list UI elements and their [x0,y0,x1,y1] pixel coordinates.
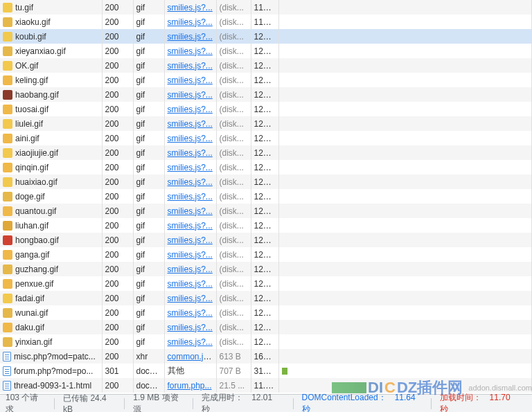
initiator-link[interactable]: smilies.js?... [168,90,213,100]
cell-initiator[interactable]: smilies.js?... [164,131,216,145]
cell-name[interactable]: qinqin.gif [0,160,102,174]
initiator-link[interactable]: smilies.js?... [168,17,213,27]
initiator-link[interactable]: smilies.js?... [168,337,213,347]
cell-name[interactable]: thread-9093-1-1.html [0,378,102,393]
initiator-link[interactable]: smilies.js?... [168,308,213,318]
initiator-link[interactable]: smilies.js?... [168,75,213,85]
initiator-link[interactable]: smilies.js?... [168,105,213,114]
cell-initiator[interactable]: smilies.js?... [164,233,216,247]
initiator-link[interactable]: smilies.js?... [168,177,213,187]
initiator-link[interactable]: smilies.js?... [168,32,213,42]
table-row[interactable]: tu.gif200gifsmilies.js?...(disk...119 ..… [0,0,532,15]
initiator-link[interactable]: smilies.js?... [168,265,213,274]
initiator-link[interactable]: smilies.js?... [168,148,213,158]
cell-initiator[interactable]: smilies.js?... [164,334,216,349]
table-row[interactable]: xiaojiujie.gif200gifsmilies.js?...(disk.… [0,145,532,160]
cell-initiator[interactable]: smilies.js?... [164,276,216,291]
table-row[interactable]: liuhan.gif200gifsmilies.js?...(disk...12… [0,218,532,233]
table-row[interactable]: yinxian.gif200gifsmilies.js?...(disk...1… [0,334,532,349]
cell-name[interactable]: xieyanxiao.gif [0,44,102,58]
initiator-link[interactable]: smilies.js?... [168,221,213,231]
initiator-link[interactable]: forum.php... [168,381,212,391]
table-row[interactable]: tuosai.gif200gifsmilies.js?...(disk...12… [0,102,532,116]
cell-name[interactable]: huaixiao.gif [0,174,102,189]
initiator-link[interactable]: smilies.js?... [168,250,213,260]
cell-name[interactable]: OK.gif [0,58,102,73]
cell-name[interactable]: haobang.gif [0,87,102,102]
cell-name[interactable]: doge.gif [0,189,102,204]
initiator-link[interactable]: smilies.js?... [168,192,213,201]
cell-name[interactable]: liulei.gif [0,116,102,131]
table-row[interactable]: hongbao.gif200gifsmilies.js?...(disk...1… [0,233,532,247]
table-row[interactable]: penxue.gif200gifsmilies.js?...(disk...12… [0,276,532,291]
cell-name[interactable]: tuosai.gif [0,102,102,116]
cell-initiator[interactable]: smilies.js?... [164,247,216,262]
cell-name[interactable]: xiaoku.gif [0,15,102,29]
cell-initiator[interactable]: smilies.js?... [164,73,216,87]
cell-initiator[interactable]: smilies.js?... [164,44,216,58]
cell-initiator[interactable]: common.js... [164,349,216,364]
table-row[interactable]: wunai.gif200gifsmilies.js?...(disk...124… [0,305,532,320]
table-row[interactable]: forum.php?mod=po...301docu...其他707 B312 … [0,364,532,378]
cell-name[interactable]: misc.php?mod=patc... [0,349,102,364]
cell-initiator[interactable]: smilies.js?... [164,15,216,29]
cell-name[interactable]: liuhan.gif [0,218,102,233]
table-row[interactable]: misc.php?mod=patc...200xhrcommon.js...61… [0,349,532,364]
table-row[interactable]: keling.gif200gifsmilies.js?...(disk...12… [0,73,532,87]
cell-initiator[interactable]: smilies.js?... [164,262,216,276]
initiator-link[interactable]: smilies.js?... [168,235,213,245]
table-row[interactable]: daku.gif200gifsmilies.js?...(disk...124 … [0,320,532,334]
cell-name[interactable]: daku.gif [0,320,102,334]
cell-name[interactable]: keling.gif [0,73,102,87]
cell-initiator[interactable]: smilies.js?... [164,102,216,116]
cell-name[interactable]: ganga.gif [0,247,102,262]
cell-initiator[interactable]: smilies.js?... [164,87,216,102]
cell-initiator[interactable]: smilies.js?... [164,189,216,204]
initiator-link[interactable]: smilies.js?... [168,163,213,172]
cell-initiator[interactable]: smilies.js?... [164,218,216,233]
cell-name[interactable]: yinxian.gif [0,334,102,349]
table-row[interactable]: guzhang.gif200gifsmilies.js?...(disk...1… [0,262,532,276]
table-row[interactable]: xiaoku.gif200gifsmilies.js?...(disk...11… [0,15,532,29]
table-row[interactable]: qinqin.gif200gifsmilies.js?...(disk...12… [0,160,532,174]
initiator-link[interactable]: smilies.js?... [168,206,213,216]
cell-name[interactable]: xiaojiujie.gif [0,145,102,160]
table-row[interactable]: aini.gif200gifsmilies.js?...(disk...123 … [0,131,532,145]
cell-initiator[interactable]: smilies.js?... [164,204,216,218]
initiator-link[interactable]: smilies.js?... [168,61,213,71]
table-row[interactable]: xieyanxiao.gif200gifsmilies.js?...(disk.… [0,44,532,58]
table-row[interactable]: thread-9093-1-1.html200docu...forum.php.… [0,378,532,393]
cell-initiator[interactable]: smilies.js?... [164,116,216,131]
cell-name[interactable]: tu.gif [0,0,102,15]
table-row[interactable]: liulei.gif200gifsmilies.js?...(disk...12… [0,116,532,131]
table-row[interactable]: ganga.gif200gifsmilies.js?...(disk...124… [0,247,532,262]
table-row[interactable]: fadai.gif200gifsmilies.js?...(disk...124… [0,291,532,305]
table-row[interactable]: OK.gif200gifsmilies.js?...(disk...122 ..… [0,58,532,73]
cell-initiator[interactable]: smilies.js?... [164,58,216,73]
cell-initiator[interactable]: smilies.js?... [164,320,216,334]
cell-name[interactable]: wunai.gif [0,305,102,320]
table-row[interactable]: doge.gif200gifsmilies.js?...(disk...124 … [0,189,532,204]
cell-name[interactable]: fadai.gif [0,291,102,305]
table-row[interactable]: quantou.gif200gifsmilies.js?...(disk...1… [0,204,532,218]
initiator-link[interactable]: smilies.js?... [168,3,213,12]
cell-name[interactable]: guzhang.gif [0,262,102,276]
cell-initiator[interactable]: smilies.js?... [164,160,216,174]
cell-initiator[interactable]: smilies.js?... [164,29,216,44]
initiator-link[interactable]: smilies.js?... [168,134,213,143]
table-row[interactable]: huaixiao.gif200gifsmilies.js?...(disk...… [0,174,532,189]
table-row[interactable]: koubi.gif200gifsmilies.js?...(disk...120… [0,29,532,44]
cell-initiator[interactable]: smilies.js?... [164,0,216,15]
cell-initiator[interactable]: smilies.js?... [164,145,216,160]
table-row[interactable]: haobang.gif200gifsmilies.js?...(disk...1… [0,87,532,102]
cell-name[interactable]: penxue.gif [0,276,102,291]
cell-initiator[interactable]: 其他 [164,364,216,378]
initiator-link[interactable]: smilies.js?... [168,279,213,289]
initiator-link[interactable]: smilies.js?... [168,119,213,129]
initiator-link[interactable]: smilies.js?... [168,323,213,332]
cell-initiator[interactable]: smilies.js?... [164,174,216,189]
initiator-link[interactable]: smilies.js?... [168,46,213,56]
cell-name[interactable]: aini.gif [0,131,102,145]
cell-name[interactable]: koubi.gif [0,29,102,44]
cell-name[interactable]: forum.php?mod=po... [0,364,102,378]
